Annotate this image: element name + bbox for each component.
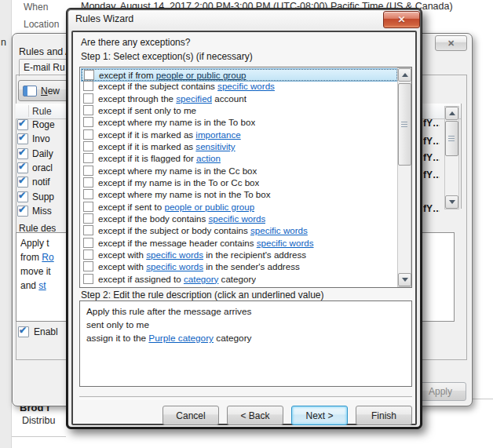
exception-row[interactable]: except if it is marked as sensitivity (81, 140, 396, 152)
checkbox[interactable] (83, 189, 93, 199)
inline-link[interactable]: specific words (217, 81, 275, 91)
new-rule-icon (23, 86, 37, 97)
finish-button[interactable]: Finish (356, 406, 412, 425)
button-divider (79, 396, 412, 399)
exception-text: except where my name is not in the To bo… (98, 189, 271, 199)
rules-wizard-title: Rules Wizard (75, 13, 133, 24)
inline-link[interactable]: Purple category (148, 333, 214, 344)
inline-link[interactable]: specific words (257, 238, 314, 248)
inline-link[interactable]: specific words (209, 213, 266, 224)
close-icon[interactable]: ✕ (435, 35, 467, 51)
text-segment: except where my name is in the Cc box (98, 166, 257, 176)
scrollbar-thumb[interactable] (445, 121, 458, 156)
rule-name-clipped: fY… (423, 136, 440, 148)
checkbox[interactable] (83, 93, 93, 104)
exception-row[interactable]: except if my name is in the To or Cc box (81, 177, 396, 188)
scrollbar-thumb[interactable] (398, 83, 411, 166)
checkbox[interactable] (84, 70, 94, 80)
rules-list-scrollbar[interactable] (444, 106, 459, 209)
exception-text: except if the subject contains specific … (98, 81, 275, 91)
checkbox[interactable] (83, 177, 93, 188)
text-segment: move it (20, 266, 51, 277)
tab-email-rules-label: E-mail Ru (24, 62, 65, 73)
checkbox[interactable] (83, 141, 93, 151)
text-segment: account (212, 93, 246, 104)
back-button[interactable]: < Back (227, 406, 283, 425)
inline-link[interactable]: sensitivity (195, 141, 235, 151)
exception-row[interactable]: except with specific words in the recipi… (81, 249, 396, 260)
inline-link[interactable]: st (38, 280, 46, 291)
rule-name: notif (32, 177, 68, 188)
scroll-up-icon[interactable] (445, 107, 458, 120)
exception-row[interactable]: except if it is marked as importance (81, 129, 396, 140)
checkbox-checked[interactable]: ✔ (17, 206, 28, 217)
inline-link[interactable]: specific words (146, 249, 203, 260)
scroll-up-icon[interactable] (398, 68, 411, 82)
checkbox[interactable] (83, 238, 93, 248)
rule-name: Miss (32, 206, 68, 217)
exception-row[interactable]: except with specific words in the sender… (81, 260, 396, 272)
inline-link[interactable]: specified (176, 93, 212, 104)
exception-row[interactable]: except if sent to people or public group (81, 201, 396, 213)
exception-row[interactable]: except if sent only to me (81, 104, 396, 116)
checkbox[interactable] (83, 129, 93, 140)
checkbox-checked[interactable]: ✔ (17, 119, 28, 130)
exception-row[interactable]: except through the specified account (81, 93, 396, 104)
checkbox[interactable] (83, 105, 93, 115)
exception-row[interactable]: except if assigned to category category (81, 273, 396, 285)
rule-name: Daily (32, 148, 68, 159)
exceptions-scrollbar[interactable] (397, 67, 411, 287)
text-segment: category (218, 274, 256, 284)
checkbox-checked[interactable]: ✔ (17, 133, 28, 144)
exception-row[interactable]: except if from people or public group (81, 68, 398, 82)
distribution-fragment: Distribu (22, 415, 55, 426)
inline-link[interactable]: specific words (146, 261, 203, 271)
text-segment: category (214, 333, 252, 344)
cancel-button[interactable]: Cancel (163, 406, 219, 425)
close-icon[interactable]: ✕ (383, 11, 420, 28)
inline-link[interactable]: importance (195, 129, 240, 140)
exception-row[interactable]: except if the subject or body contains s… (81, 224, 396, 236)
rule-name-clipped: fY… (423, 169, 440, 181)
exception-row[interactable]: except if the body contains specific wor… (81, 213, 396, 224)
text-segment: except if sent only to me (98, 105, 196, 115)
checkbox-checked[interactable]: ✔ (17, 191, 28, 202)
exception-row[interactable]: except if the message header contains sp… (81, 237, 396, 249)
checkbox[interactable] (83, 213, 93, 224)
inline-link[interactable]: specific words (250, 225, 308, 235)
exception-row[interactable]: except where my name is not in the To bo… (81, 188, 396, 200)
rule-description-box-right (422, 232, 455, 322)
checkbox[interactable] (83, 153, 93, 163)
rule-description-line: assign it to the Purple category categor… (86, 333, 252, 344)
scroll-down-icon[interactable] (445, 195, 458, 209)
rule-name-clipped: fY… (423, 118, 440, 129)
checkbox-checked[interactable]: ✔ (17, 148, 28, 159)
checkbox[interactable] (83, 225, 93, 235)
inline-link[interactable]: action (196, 153, 221, 163)
exception-row[interactable]: except where my name is in the To box (81, 116, 396, 128)
checkbox[interactable] (83, 274, 93, 284)
rule-description-editor[interactable]: Apply this rule after the message arrive… (79, 300, 412, 387)
checkbox-checked[interactable]: ✔ (17, 177, 28, 188)
inline-link[interactable]: people or public group (164, 202, 254, 212)
new-rule-button[interactable]: New (18, 80, 68, 101)
inline-link[interactable]: category (184, 274, 218, 284)
checkbox[interactable] (83, 117, 93, 127)
exception-row[interactable]: except if the subject contains specific … (81, 80, 396, 92)
checkbox[interactable] (83, 261, 93, 271)
next-button[interactable]: Next > (291, 406, 348, 425)
checkbox[interactable] (83, 81, 93, 91)
exception-row[interactable]: except where my name is in the Cc box (81, 165, 396, 177)
exception-text: except if the message header contains sp… (98, 238, 314, 248)
text-segment: except if it is marked as (98, 129, 195, 140)
scroll-down-icon[interactable] (398, 273, 411, 286)
inline-link[interactable]: Ro (42, 252, 53, 263)
checkbox-checked[interactable]: ✔ (17, 162, 28, 173)
checkbox[interactable] (83, 166, 93, 176)
checkbox[interactable] (83, 202, 93, 212)
checkbox-checked[interactable]: ✔ (18, 326, 29, 337)
exception-row[interactable]: except if it is flagged for action (81, 152, 396, 164)
inline-link[interactable]: people or public group (156, 70, 246, 80)
when-label: When (24, 2, 48, 13)
checkbox[interactable] (83, 249, 93, 260)
